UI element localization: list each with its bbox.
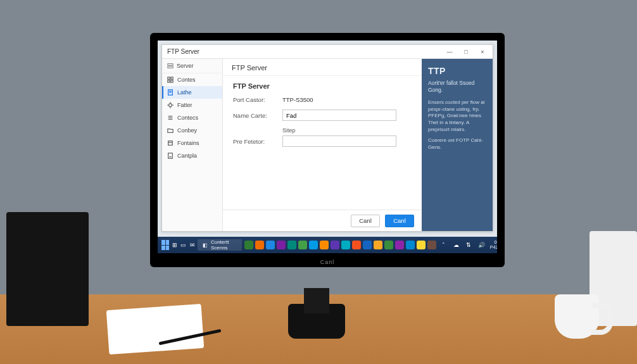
gear-icon [167,102,173,108]
task-app-label: Contertt Scenns [211,239,237,251]
taskbar-app-14[interactable] [395,241,404,249]
sidebar-item-label: Fontains [177,140,199,146]
scene-mug [555,294,599,339]
sidebar-item-fatter[interactable]: Fatter [162,99,222,111]
titlebar[interactable]: FTP Server — □ × [162,45,493,59]
sidebar-item-contes[interactable]: Contes [162,73,222,86]
screen: FTP Server — □ × Server ContesLatheFatte… [158,41,497,253]
sidebar-item-label: Conbey [177,127,197,134]
scene-notepad [106,304,205,355]
cancel-button[interactable]: Canl [351,215,380,227]
taskbar-app-8[interactable] [331,241,339,249]
monitor: Canl FTP Server — □ × Server Cont [150,33,505,267]
svg-rect-3 [171,77,173,79]
taskbar-active-task[interactable]: ◧ Contertt Scenns [198,239,243,251]
taskbar-app-11[interactable] [363,241,372,249]
sidebar-item-label: Contes [177,77,196,83]
info-para-1: Ensers cocted per flow al pespr-ctane us… [428,99,486,134]
port-value: TTP-S3500 [282,96,313,103]
maximize-button[interactable]: □ [458,47,474,57]
taskbar-app-9[interactable] [341,241,350,249]
doc-icon [167,153,173,159]
svg-rect-4 [168,80,170,82]
taskbar-app-4[interactable] [287,241,296,249]
tray-network-icon[interactable]: ⇅ [464,241,473,249]
svg-rect-19 [168,153,173,158]
svg-rect-1 [168,66,173,68]
taskbar-app-6[interactable] [309,241,318,249]
taskbar-app-5[interactable] [298,241,307,249]
app-window: FTP Server — □ × Server ContesLatheFatte… [161,44,493,232]
tray-cloud-icon[interactable]: ☁ [451,241,460,249]
svg-rect-17 [168,141,173,146]
taskbar-app-15[interactable] [406,241,415,249]
path-input[interactable] [282,135,396,147]
svg-rect-0 [168,64,173,66]
sidebar-item-conbey[interactable]: Conbey [162,124,222,137]
tray-chevron-icon[interactable]: ˄ [439,241,448,249]
info-title: TTP [428,65,486,77]
svg-rect-5 [171,80,173,82]
taskview-icon[interactable]: ⊞ [171,241,178,249]
sidebar-item-label: Cantpla [177,153,197,159]
taskbar-app-0[interactable] [244,241,253,249]
sidebar-item-contecs[interactable]: Contecs [162,111,222,124]
list-icon [167,115,173,121]
window-title: FTP Server [167,48,199,55]
taskbar-app-7[interactable] [320,241,329,249]
monitor-brand: Canl [150,259,505,265]
taskbar-app-10[interactable] [352,241,361,249]
page-icon [167,89,173,96]
minimize-button[interactable]: — [442,47,457,57]
sidebar-item-lathe[interactable]: Lathe [162,86,222,99]
ok-button[interactable]: Canl [385,215,414,227]
info-para-2: Coerere onl FOTP Cahl-Gens. [428,137,486,151]
path-hint: Sitep [282,127,412,134]
info-subtitle: Aorit'er fallot Ssoed Gong. [428,80,486,94]
taskbar-app-17[interactable] [427,241,436,249]
field-name: Name Carte: [233,110,412,121]
taskbar-app-13[interactable] [384,241,393,249]
explorer-icon[interactable]: ▭ [180,241,187,249]
sidebar-header[interactable]: Server [162,59,222,73]
taskbar: ⊞ ▭ ✉ ◧ Contertt Scenns ˄ ☁ ⇅ 🔊 06:12 P4… [158,237,497,253]
grid-icon [167,77,173,83]
scene-monitor-neck [304,288,329,313]
start-button[interactable] [161,240,169,250]
sidebar-header-label: Server [177,63,194,69]
sidebar-item-label: Contecs [177,115,198,121]
panel-heading: FTP Server [233,82,412,90]
taskbar-app-2[interactable] [266,241,275,249]
dialog-footer: Canl Canl [223,210,422,231]
sidebar-item-label: Lathe [177,89,192,96]
taskbar-app-12[interactable] [374,241,382,249]
taskbar-apps [244,241,436,249]
svg-point-9 [169,104,172,107]
form-panel: FTP Server Port Castor: TTP-S3500 Name C… [223,76,422,210]
port-label: Port Castor: [233,96,282,103]
scene-nas [6,212,89,326]
sidebar-item-label: Fatter [177,102,192,108]
name-label: Name Carte: [233,112,282,119]
clock-date: P42.3.0 [489,245,497,250]
taskbar-app-3[interactable] [277,241,286,249]
tray-volume-icon[interactable]: 🔊 [477,241,486,249]
server-icon [167,63,173,69]
sidebar: Server ContesLatheFatterContecsConbeyFon… [162,59,223,231]
close-button[interactable]: × [475,47,490,57]
taskbar-app-16[interactable] [417,241,426,249]
breadcrumb: FTP Server [223,59,422,76]
taskbar-app-1[interactable] [255,241,264,249]
svg-rect-2 [168,77,170,79]
folder-icon [167,127,173,134]
sidebar-item-cantpla[interactable]: Cantpla [162,149,222,162]
mail-icon[interactable]: ✉ [189,241,196,249]
field-port: Port Castor: TTP-S3500 [233,96,412,103]
main-pane: FTP Server FTP Server Port Castor: TTP-S… [223,59,422,231]
info-pane: TTP Aorit'er fallot Ssoed Gong. Ensers c… [422,59,493,231]
name-input[interactable] [282,110,396,121]
taskbar-clock[interactable]: 06:12 P42.3.0 [489,240,497,250]
task-app-icon: ◧ [203,242,208,248]
path-label: Pre Fetetor: [233,138,282,145]
sidebar-item-fontains[interactable]: Fontains [162,137,222,149]
